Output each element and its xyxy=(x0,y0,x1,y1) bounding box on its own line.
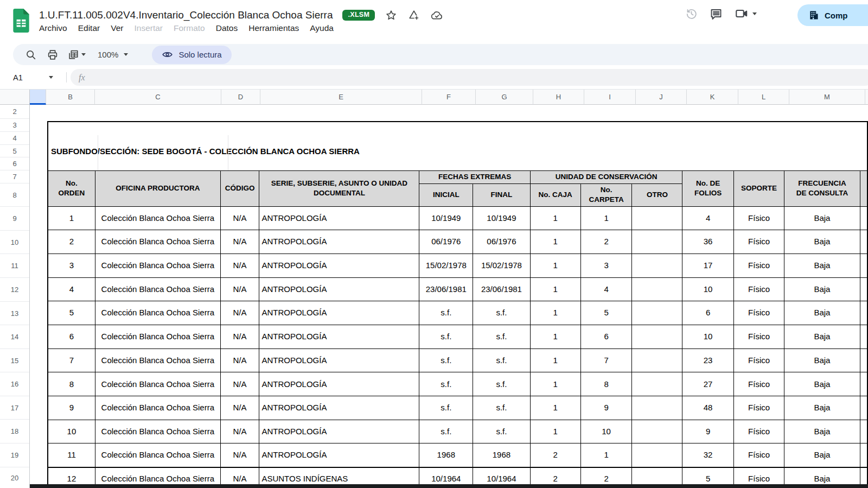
cell-clipped[interactable] xyxy=(860,230,867,254)
row-header-9[interactable]: 9 xyxy=(0,207,29,231)
cell[interactable]: 1 xyxy=(530,301,580,325)
cell[interactable]: 5 xyxy=(48,301,95,325)
cell[interactable]: ANTROPOLOGÍA xyxy=(259,325,419,348)
cell[interactable]: ANTROPOLOGÍA xyxy=(259,443,419,467)
cell[interactable]: 1 xyxy=(530,206,580,230)
meet-presentation-button[interactable] xyxy=(735,7,757,21)
cell[interactable]: Colección Blanca Ochoa Sierra xyxy=(95,396,220,420)
cell-clipped[interactable] xyxy=(860,348,867,372)
cell[interactable]: 6 xyxy=(580,325,632,348)
cell[interactable]: Colección Blanca Ochoa Sierra xyxy=(95,253,220,277)
cell[interactable]: 1 xyxy=(48,206,95,230)
cell[interactable]: 1 xyxy=(530,348,580,372)
column-header-a-selected[interactable] xyxy=(30,90,46,105)
cell[interactable]: 23 xyxy=(682,348,733,372)
cell[interactable]: ANTROPOLOGÍA xyxy=(259,372,419,396)
cell[interactable]: Baja xyxy=(784,253,860,277)
header-cell[interactable]: INICIAL xyxy=(419,183,473,206)
cell[interactable]: 48 xyxy=(682,396,733,420)
header-cell[interactable]: OTRO xyxy=(632,183,682,206)
cell[interactable]: 36 xyxy=(682,230,733,254)
cell[interactable]: 4 xyxy=(682,206,733,230)
column-header-l[interactable]: L xyxy=(738,90,789,105)
row-header-6[interactable]: 6 xyxy=(0,157,29,170)
cell[interactable]: Colección Blanca Ochoa Sierra xyxy=(95,206,220,230)
cell[interactable]: N/A xyxy=(220,396,259,420)
cell[interactable]: 10/1949 xyxy=(419,206,473,230)
row-header-10[interactable]: 10 xyxy=(0,231,29,254)
document-status-cloud-icon[interactable] xyxy=(430,9,443,22)
cell[interactable]: N/A xyxy=(220,277,259,301)
row-header-17[interactable]: 17 xyxy=(0,396,29,420)
read-only-badge[interactable]: Solo lectura xyxy=(152,46,231,64)
column-header-m[interactable]: M xyxy=(789,90,865,105)
cell[interactable] xyxy=(632,230,682,254)
cell[interactable]: 8 xyxy=(48,372,95,396)
cell[interactable]: Colección Blanca Ochoa Sierra xyxy=(95,420,220,443)
cell[interactable]: 6 xyxy=(48,325,95,348)
menu-datos[interactable]: Datos xyxy=(210,22,244,34)
cell[interactable]: Baja xyxy=(784,230,860,254)
cell[interactable]: 1 xyxy=(530,230,580,254)
cell[interactable]: 9 xyxy=(682,420,733,443)
formula-input[interactable]: fx xyxy=(71,69,868,86)
bottom-scrollbar[interactable] xyxy=(30,484,868,488)
row-header-3[interactable]: 3 xyxy=(0,119,29,132)
cell[interactable]: s.f. xyxy=(419,301,473,325)
row-header-13[interactable]: 13 xyxy=(0,302,29,325)
cell[interactable]: 10 xyxy=(682,277,733,301)
cell[interactable]: N/A xyxy=(220,230,259,254)
header-cell[interactable]: No. ORDEN xyxy=(48,170,95,206)
column-header-k[interactable]: K xyxy=(687,90,738,105)
cell[interactable] xyxy=(632,253,682,277)
cell[interactable]: 4 xyxy=(580,277,632,301)
cell[interactable]: 15/02/1978 xyxy=(473,253,531,277)
cell[interactable] xyxy=(632,396,682,420)
header-cell[interactable]: No. CAJA xyxy=(530,183,580,206)
cell[interactable]: Colección Blanca Ochoa Sierra xyxy=(95,443,220,467)
cell[interactable]: 1 xyxy=(580,206,632,230)
cell[interactable]: ANTROPOLOGÍA xyxy=(259,206,419,230)
cell[interactable]: 2 xyxy=(580,230,632,254)
cell[interactable]: 7 xyxy=(580,348,632,372)
column-header-j[interactable]: J xyxy=(636,90,687,105)
header-cell[interactable]: FRECUENCIA DE CONSULTA xyxy=(784,170,860,206)
cell[interactable]: Físico xyxy=(733,348,784,372)
cell-clipped[interactable] xyxy=(860,301,867,325)
row-header-18[interactable]: 18 xyxy=(0,420,29,443)
cell[interactable]: 17 xyxy=(682,253,733,277)
cell-clipped[interactable] xyxy=(860,206,867,230)
cell[interactable]: 8 xyxy=(580,372,632,396)
row-header-8[interactable]: 8 xyxy=(0,183,29,207)
header-cell[interactable]: CÓDIGO xyxy=(220,170,259,206)
cell-clipped[interactable] xyxy=(860,253,867,277)
cell[interactable]: ANTROPOLOGÍA xyxy=(259,396,419,420)
column-header-c[interactable]: C xyxy=(95,90,221,105)
row-header-5[interactable]: 5 xyxy=(0,145,29,157)
column-header-i[interactable]: I xyxy=(584,90,636,105)
cell[interactable]: Baja xyxy=(784,277,860,301)
cell[interactable]: Físico xyxy=(733,206,784,230)
cell[interactable] xyxy=(632,301,682,325)
cell[interactable]: 1968 xyxy=(419,443,473,467)
menu-archivo[interactable]: Archivo xyxy=(34,22,73,34)
row-header-14[interactable]: 14 xyxy=(0,325,29,349)
cell-clipped[interactable] xyxy=(860,443,867,467)
cell[interactable]: Baja xyxy=(784,372,860,396)
cell[interactable]: 9 xyxy=(48,396,95,420)
cell[interactable]: 9 xyxy=(580,396,632,420)
cell[interactable]: 23/06/1981 xyxy=(473,277,531,301)
header-cell[interactable]: SOPORTE xyxy=(733,170,784,206)
cell[interactable]: Físico xyxy=(733,277,784,301)
header-cell-clipped[interactable] xyxy=(860,170,867,206)
cell[interactable]: ANTROPOLOGÍA xyxy=(259,277,419,301)
cell[interactable]: 7 xyxy=(48,348,95,372)
row-header-12[interactable]: 12 xyxy=(0,278,29,302)
cell[interactable]: N/A xyxy=(220,253,259,277)
select-all-corner[interactable] xyxy=(0,90,30,105)
cell[interactable]: 06/1976 xyxy=(419,230,473,254)
share-button[interactable]: Comp xyxy=(797,4,868,26)
row-header-11[interactable]: 11 xyxy=(0,254,29,278)
row-header-2[interactable]: 2 xyxy=(0,105,29,119)
cell[interactable]: Físico xyxy=(733,443,784,467)
